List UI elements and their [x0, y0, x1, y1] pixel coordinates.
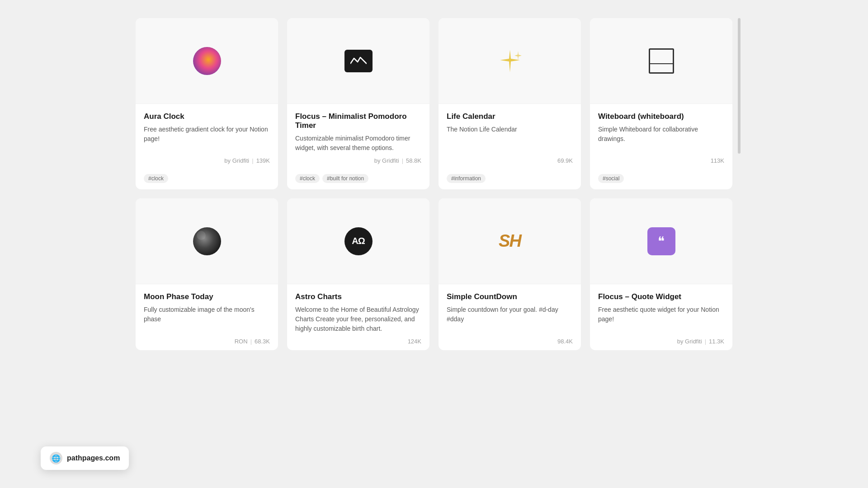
card-meta: RON | 68.3K — [144, 338, 270, 345]
card-aura-clock[interactable]: Aura Clock Free aesthetic gradient clock… — [136, 18, 278, 189]
card-flocus-pomodoro[interactable]: Flocus – Minimalist Pomodoro Timer Custo… — [287, 18, 429, 189]
card-meta: 124K — [295, 338, 421, 345]
card-description-flocus-pomodoro: Customizable minimalist Pomodoro timer w… — [295, 134, 421, 153]
card-meta: 113K — [598, 157, 724, 164]
card-title-flocus-quote: Flocus – Quote Widget — [598, 292, 724, 301]
card-description-life-calendar: The Notion Life Calendar — [447, 125, 573, 153]
card-description-witeboard: Simple Whiteboard for collaborative draw… — [598, 125, 724, 153]
card-title-witeboard: Witeboard (whiteboard) — [598, 112, 724, 121]
card-description-simple-countdown: Simple countdown for your goal. #d-day #… — [447, 305, 573, 333]
card-tags-witeboard: #social — [590, 169, 732, 189]
moon-phase-icon — [193, 227, 221, 255]
card-description-flocus-quote: Free aesthetic quote widget for your Not… — [598, 305, 724, 333]
astro-charts-icon: AΩ — [344, 227, 373, 255]
cards-grid: Aura Clock Free aesthetic gradient clock… — [136, 18, 732, 350]
tag: #clock — [295, 174, 320, 183]
card-body-simple-countdown: Simple CountDown Simple countdown for yo… — [439, 284, 581, 350]
card-title-flocus-pomodoro: Flocus – Minimalist Pomodoro Timer — [295, 112, 421, 130]
meta-separator: | — [402, 157, 403, 164]
witeboard-icon — [649, 48, 674, 74]
countdown-icon: SH — [496, 230, 524, 253]
card-body-witeboard: Witeboard (whiteboard) Simple Whiteboard… — [590, 104, 732, 169]
card-image-flocus-pomodoro — [287, 18, 429, 104]
card-author: RON — [235, 338, 248, 345]
card-body-aura-clock: Aura Clock Free aesthetic gradient clock… — [136, 104, 278, 169]
card-meta: by Gridfiti | 139K — [144, 157, 270, 164]
flocus-icon — [344, 50, 373, 72]
card-count: 113K — [711, 157, 724, 164]
scrollbar[interactable] — [738, 18, 741, 154]
card-count: 68.3K — [255, 338, 270, 345]
card-count: 124K — [408, 338, 421, 345]
tooltip-label: pathpages.com — [67, 454, 120, 462]
sparkle-icon — [496, 47, 524, 75]
card-count: 139K — [256, 157, 270, 164]
card-meta: 98.4K — [447, 338, 573, 345]
card-image-flocus-quote: ❝ — [590, 198, 732, 284]
card-title-moon-phase: Moon Phase Today — [144, 292, 270, 301]
card-image-simple-countdown: SH — [439, 198, 581, 284]
card-author: by Gridfiti — [374, 157, 399, 164]
tag: #built for notion — [322, 174, 368, 183]
page-container: Aura Clock Free aesthetic gradient clock… — [136, 18, 732, 350]
card-title-life-calendar: Life Calendar — [447, 112, 573, 121]
tooltip[interactable]: 🌐 pathpages.com — [41, 446, 129, 470]
tag: #information — [447, 174, 486, 183]
card-count: 69.9K — [557, 157, 573, 164]
card-flocus-quote[interactable]: ❝ Flocus – Quote Widget Free aesthetic q… — [590, 198, 732, 350]
meta-separator: | — [705, 338, 706, 345]
card-moon-phase[interactable]: Moon Phase Today Fully customizable imag… — [136, 198, 278, 350]
card-description-astro-charts: Welcome to the Home of Beautiful Astrolo… — [295, 305, 421, 333]
card-author: by Gridfiti — [224, 157, 249, 164]
card-body-flocus-pomodoro: Flocus – Minimalist Pomodoro Timer Custo… — [287, 104, 429, 169]
card-title-simple-countdown: Simple CountDown — [447, 292, 573, 301]
tooltip-icon: 🌐 — [50, 452, 62, 465]
card-tags-life-calendar: #information — [439, 169, 581, 189]
card-body-life-calendar: Life Calendar The Notion Life Calendar 6… — [439, 104, 581, 169]
card-count: 58.8K — [406, 157, 421, 164]
card-title-aura-clock: Aura Clock — [144, 112, 270, 121]
card-witeboard[interactable]: Witeboard (whiteboard) Simple Whiteboard… — [590, 18, 732, 189]
card-description-moon-phase: Fully customizable image of the moon's p… — [144, 305, 270, 333]
aura-clock-icon — [193, 47, 221, 75]
card-life-calendar[interactable]: Life Calendar The Notion Life Calendar 6… — [439, 18, 581, 189]
card-body-astro-charts: Astro Charts Welcome to the Home of Beau… — [287, 284, 429, 350]
tag: #social — [598, 174, 624, 183]
card-description-aura-clock: Free aesthetic gradient clock for your N… — [144, 125, 270, 153]
card-author: by Gridfiti — [677, 338, 702, 345]
card-meta: by Gridfiti | 11.3K — [598, 338, 724, 345]
card-tags-aura-clock: #clock — [136, 169, 278, 189]
card-image-life-calendar — [439, 18, 581, 104]
card-astro-charts[interactable]: AΩ Astro Charts Welcome to the Home of B… — [287, 198, 429, 350]
card-simple-countdown[interactable]: SH Simple CountDown Simple countdown for… — [439, 198, 581, 350]
card-meta: 69.9K — [447, 157, 573, 164]
card-image-moon-phase — [136, 198, 278, 284]
card-count: 11.3K — [709, 338, 724, 345]
card-title-astro-charts: Astro Charts — [295, 292, 421, 301]
card-body-moon-phase: Moon Phase Today Fully customizable imag… — [136, 284, 278, 350]
meta-separator: | — [250, 338, 252, 345]
card-meta: by Gridfiti | 58.8K — [295, 157, 421, 164]
card-image-aura-clock — [136, 18, 278, 104]
quote-widget-icon: ❝ — [647, 227, 675, 255]
meta-separator: | — [252, 157, 253, 164]
tag: #clock — [144, 174, 168, 183]
card-body-flocus-quote: Flocus – Quote Widget Free aesthetic quo… — [590, 284, 732, 350]
card-image-witeboard — [590, 18, 732, 104]
card-count: 98.4K — [557, 338, 573, 345]
card-image-astro-charts: AΩ — [287, 198, 429, 284]
card-tags-flocus-pomodoro: #clock#built for notion — [287, 169, 429, 189]
